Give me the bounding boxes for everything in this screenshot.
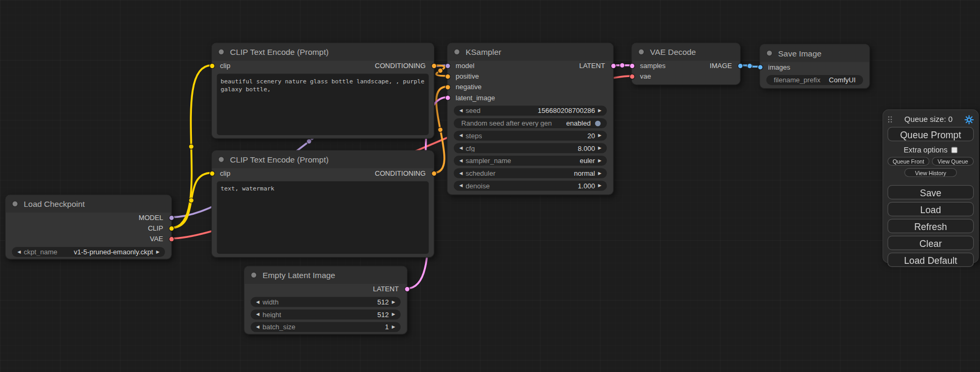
toggle-dot-icon[interactable] bbox=[595, 120, 601, 126]
prev-arrow-icon[interactable]: ◀ bbox=[458, 156, 464, 166]
widget-label: scheduler bbox=[465, 169, 496, 177]
load-button[interactable]: Load bbox=[888, 202, 974, 216]
scheduler-widget[interactable]: ◀ scheduler normal ▶ bbox=[454, 168, 607, 178]
negative-input-port[interactable] bbox=[445, 84, 451, 90]
link-midpoint-dot[interactable] bbox=[747, 63, 752, 68]
clip-input-port[interactable] bbox=[209, 63, 215, 69]
increment-arrow-icon[interactable]: ▶ bbox=[390, 297, 397, 307]
positive-input-port[interactable] bbox=[445, 74, 451, 80]
decrement-arrow-icon[interactable]: ◀ bbox=[458, 131, 464, 141]
model-input-port[interactable] bbox=[445, 63, 451, 69]
vae-output-port[interactable] bbox=[169, 236, 174, 242]
prev-arrow-icon[interactable]: ◀ bbox=[458, 168, 464, 178]
conditioning-output-port[interactable] bbox=[431, 63, 436, 69]
node-vae-decode[interactable]: VAE Decode samples IMAGE vae bbox=[631, 43, 740, 85]
settings-gear-icon[interactable] bbox=[964, 115, 974, 125]
decrement-arrow-icon[interactable]: ◀ bbox=[255, 310, 261, 320]
latent-output-port[interactable] bbox=[404, 287, 410, 292]
filename-prefix-widget[interactable]: filename_prefix ComfyUI bbox=[766, 75, 863, 85]
node-title-bar[interactable]: CLIP Text Encode (Prompt) bbox=[212, 151, 434, 168]
menu-drag-handle-icon[interactable] bbox=[888, 116, 894, 123]
node-title-bar[interactable]: Empty Latent Image bbox=[245, 266, 407, 284]
increment-arrow-icon[interactable]: ▶ bbox=[390, 310, 397, 320]
collapse-dot-icon[interactable] bbox=[454, 49, 460, 55]
link-midpoint-dot[interactable] bbox=[189, 198, 193, 203]
prompt-textarea[interactable]: beautiful scenery nature glass bottle la… bbox=[217, 74, 429, 135]
widget-value: ComfyUI bbox=[829, 77, 856, 84]
port-row: positive bbox=[448, 71, 613, 82]
load-default-button[interactable]: Load Default bbox=[888, 253, 974, 267]
node-title-bar[interactable]: Save Image bbox=[760, 44, 869, 62]
save-button[interactable]: Save bbox=[888, 185, 974, 199]
decrement-arrow-icon[interactable]: ◀ bbox=[255, 322, 261, 332]
increment-arrow-icon[interactable]: ▶ bbox=[596, 131, 603, 141]
node-graph-canvas[interactable]: Load Checkpoint MODEL CLIP VAE ◀ ckpt_na… bbox=[0, 0, 980, 372]
decrement-arrow-icon[interactable]: ◀ bbox=[458, 106, 464, 116]
increment-arrow-icon[interactable]: ▶ bbox=[596, 106, 603, 116]
link-midpoint-dot[interactable] bbox=[438, 68, 443, 73]
increment-arrow-icon[interactable]: ▶ bbox=[390, 322, 397, 332]
node-ksampler[interactable]: KSampler model LATENT positive negative … bbox=[447, 43, 614, 195]
latent-image-input-port[interactable] bbox=[445, 95, 451, 101]
next-arrow-icon[interactable]: ▶ bbox=[154, 247, 161, 257]
node-title-bar[interactable]: KSampler bbox=[448, 43, 613, 61]
widget-label: cfg bbox=[465, 145, 474, 152]
decrement-arrow-icon[interactable]: ◀ bbox=[255, 297, 261, 307]
collapse-dot-icon[interactable] bbox=[218, 49, 225, 55]
height-widget[interactable]: ◀ height 512 ▶ bbox=[250, 310, 401, 320]
node-clip-text-encode-negative[interactable]: CLIP Text Encode (Prompt) clip CONDITION… bbox=[211, 150, 434, 257]
collapse-dot-icon[interactable] bbox=[250, 272, 257, 278]
conditioning-output-port[interactable] bbox=[431, 170, 436, 176]
widget-value: 8.000 bbox=[578, 145, 595, 152]
denoise-widget[interactable]: ◀ denoise 1.000 ▶ bbox=[454, 180, 607, 190]
node-title-bar[interactable]: CLIP Text Encode (Prompt) bbox=[212, 43, 434, 61]
node-save-image[interactable]: Save Image images filename_prefix ComfyU… bbox=[760, 44, 870, 89]
vae-input-port[interactable] bbox=[629, 74, 635, 80]
node-title-bar[interactable]: VAE Decode bbox=[632, 43, 740, 61]
collapse-dot-icon[interactable] bbox=[766, 50, 773, 56]
images-input-port[interactable] bbox=[757, 64, 763, 70]
clip-input-port[interactable] bbox=[209, 170, 215, 176]
link-midpoint-dot[interactable] bbox=[307, 139, 312, 144]
node-title-bar[interactable]: Load Checkpoint bbox=[6, 195, 171, 213]
width-widget[interactable]: ◀ width 512 ▶ bbox=[250, 297, 401, 307]
queue-prompt-button[interactable]: Queue Prompt bbox=[888, 127, 974, 141]
refresh-button[interactable]: Refresh bbox=[888, 219, 974, 233]
batch-size-widget[interactable]: ◀ batch_size 1 ▶ bbox=[250, 322, 401, 332]
next-arrow-icon[interactable]: ▶ bbox=[596, 156, 603, 166]
random-seed-toggle-widget[interactable]: Random seed after every gen enabled bbox=[454, 118, 607, 128]
model-output-port[interactable] bbox=[169, 215, 174, 221]
node-load-checkpoint[interactable]: Load Checkpoint MODEL CLIP VAE ◀ ckpt_na… bbox=[5, 195, 172, 260]
extra-options-label: Extra options bbox=[904, 145, 947, 154]
ckpt-name-widget[interactable]: ◀ ckpt_name v1-5-pruned-emaonly.ckpt ▶ bbox=[12, 247, 165, 257]
samples-input-port[interactable] bbox=[629, 63, 635, 69]
image-output-port[interactable] bbox=[737, 63, 743, 69]
view-queue-button[interactable]: View Queue bbox=[932, 157, 974, 166]
extra-options-checkbox[interactable] bbox=[952, 147, 958, 153]
queue-front-button[interactable]: Queue Front bbox=[888, 157, 929, 166]
prev-arrow-icon[interactable]: ◀ bbox=[16, 247, 23, 257]
clear-button[interactable]: Clear bbox=[888, 236, 974, 250]
decrement-arrow-icon[interactable]: ◀ bbox=[458, 180, 464, 190]
input-label: positive bbox=[455, 71, 479, 82]
latent-output-port[interactable] bbox=[610, 63, 616, 69]
increment-arrow-icon[interactable]: ▶ bbox=[596, 143, 603, 153]
node-clip-text-encode-positive[interactable]: CLIP Text Encode (Prompt) clip CONDITION… bbox=[211, 43, 434, 139]
node-empty-latent-image[interactable]: Empty Latent Image LATENT ◀ width 512 ▶ … bbox=[244, 266, 407, 335]
clip-output-port[interactable] bbox=[169, 226, 174, 232]
next-arrow-icon[interactable]: ▶ bbox=[596, 168, 603, 178]
link-midpoint-dot[interactable] bbox=[438, 127, 443, 132]
link-midpoint-dot[interactable] bbox=[189, 144, 193, 149]
prompt-textarea[interactable]: text, watermark bbox=[217, 182, 429, 254]
view-history-button[interactable]: View History bbox=[905, 168, 957, 177]
collapse-dot-icon[interactable] bbox=[638, 49, 644, 55]
seed-widget[interactable]: ◀ seed 156680208700286 ▶ bbox=[454, 106, 607, 116]
increment-arrow-icon[interactable]: ▶ bbox=[596, 180, 603, 190]
cfg-widget[interactable]: ◀ cfg 8.000 ▶ bbox=[454, 143, 607, 153]
collapse-dot-icon[interactable] bbox=[12, 201, 18, 207]
link-midpoint-dot[interactable] bbox=[620, 63, 625, 68]
sampler-name-widget[interactable]: ◀ sampler_name euler ▶ bbox=[454, 156, 607, 166]
steps-widget[interactable]: ◀ steps 20 ▶ bbox=[454, 131, 607, 141]
collapse-dot-icon[interactable] bbox=[218, 156, 225, 163]
decrement-arrow-icon[interactable]: ◀ bbox=[458, 143, 464, 153]
